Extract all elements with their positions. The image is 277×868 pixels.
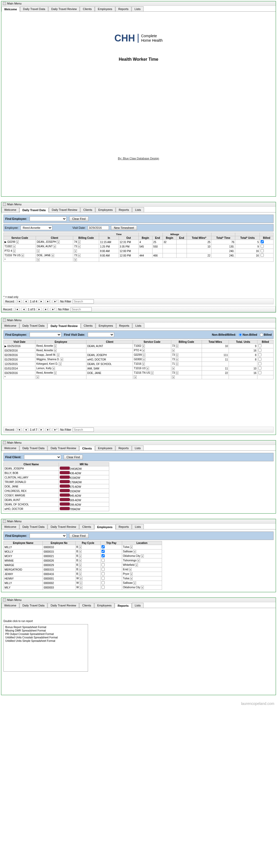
tab-reports[interactable]: Reports: [115, 603, 132, 608]
tab-welcome[interactable]: Welcome: [1, 603, 19, 608]
table-row[interactable]: MINNIE0000026B vTishomingo v: [4, 558, 162, 563]
billed-checkbox[interactable]: [258, 371, 261, 374]
table-row[interactable]: DEAN, OF SCHOOL288-ADW: [4, 502, 109, 507]
nonbilled-radio-input[interactable]: [239, 333, 242, 337]
pay-cycle-cell[interactable]: B v: [75, 545, 101, 550]
dropdown-icon[interactable]: v: [80, 581, 82, 585]
dropdown-icon[interactable]: v: [78, 254, 81, 257]
table-row[interactable]: CLINTON, HILLARY415ADW: [4, 475, 109, 480]
trip-pay-checkbox[interactable]: [102, 563, 105, 566]
tab-daily-travel-review[interactable]: Daily Travel Review: [48, 445, 79, 451]
table-row[interactable]: MILLY0000002W vSallisaw v: [4, 581, 162, 585]
dropdown-icon[interactable]: v: [78, 241, 81, 244]
report-list-item[interactable]: Unbilled Units Crosstab Spreadsheet Form…: [5, 636, 87, 639]
table-row[interactable]: HENNY0000001W vTulsa v: [4, 577, 162, 581]
tab-lists[interactable]: Lists: [132, 323, 144, 328]
dropdown-icon[interactable]: v: [79, 572, 82, 576]
dropdown-icon[interactable]: v: [57, 353, 60, 356]
credit-link[interactable]: By: Blue Claw Database Design: [7, 157, 270, 160]
dropdown-icon[interactable]: v: [176, 344, 179, 347]
pay-cycle-cell[interactable]: B v: [75, 550, 101, 554]
report-list-item[interactable]: Missing DMR Spreadsheet Format: [5, 629, 87, 632]
tab-welcome[interactable]: Welcome: [1, 7, 20, 11]
billed-radio[interactable]: Billed: [260, 333, 272, 337]
pay-cycle-cell[interactable]: W v: [75, 581, 101, 585]
dropdown-icon[interactable]: v: [21, 254, 24, 257]
last-button[interactable]: ►I: [43, 308, 49, 311]
tab-daily-travel-review[interactable]: Daily Travel Review: [48, 6, 80, 11]
dropdown-icon[interactable]: v: [134, 376, 137, 379]
tab-employees[interactable]: Employees: [95, 207, 115, 212]
dropdown-icon[interactable]: v: [78, 245, 81, 248]
dropdown-icon[interactable]: v: [176, 371, 179, 374]
tab-welcome[interactable]: Welcome: [1, 445, 19, 451]
last-button[interactable]: ►I: [46, 300, 51, 303]
tab-clients[interactable]: Clients: [79, 524, 94, 529]
prev-button[interactable]: ◄: [21, 308, 26, 311]
dropdown-icon[interactable]: v: [80, 577, 82, 580]
pay-cycle-cell[interactable]: B v: [75, 567, 101, 572]
table-row[interactable]: MOLLY0000015B vSallisaw v: [4, 550, 162, 554]
dropdown-icon[interactable]: v: [142, 349, 145, 352]
tab-welcome[interactable]: Welcome: [1, 524, 19, 529]
trip-pay-checkbox[interactable]: [102, 568, 105, 571]
tab-daily-travel-data[interactable]: Daily Travel Data: [20, 603, 48, 608]
new-button[interactable]: ►*: [51, 308, 56, 311]
trip-pay-checkbox[interactable]: [102, 577, 105, 580]
tab-employees[interactable]: Employees: [96, 323, 116, 328]
find-employee-select[interactable]: [30, 216, 66, 221]
dropdown-icon[interactable]: v: [13, 249, 16, 253]
dropdown-icon[interactable]: v: [74, 258, 77, 261]
billed-checkbox[interactable]: [260, 245, 264, 248]
billed-checkbox[interactable]: [260, 254, 264, 257]
report-list[interactable]: Bonus Report Spreadsheet FormatMissing D…: [3, 624, 88, 672]
tab-daily-travel-review[interactable]: Daily Travel Review: [48, 524, 79, 529]
billed-checkbox[interactable]: [258, 344, 261, 347]
pay-cycle-cell[interactable]: B v: [75, 558, 101, 563]
tab-clients[interactable]: Clients: [80, 207, 95, 212]
table-row[interactable]: 12/25/2015Kirkegard, Kerri D. vDEAN, OF …: [4, 362, 274, 366]
tab-reports[interactable]: Reports: [115, 6, 132, 11]
tab-daily-travel-data[interactable]: Daily Travel Data: [20, 208, 49, 212]
trip-pay-checkbox[interactable]: [102, 572, 105, 575]
tab-daily-travel-review[interactable]: Daily Travel Review: [48, 323, 80, 328]
dropdown-icon[interactable]: v: [172, 376, 175, 379]
pay-cycle-cell[interactable]: W v: [75, 585, 101, 590]
last-button[interactable]: ►I: [46, 428, 51, 431]
dropdown-icon[interactable]: v: [141, 586, 144, 589]
location-cell[interactable]: Pryor v: [122, 572, 162, 577]
table-row[interactable]: wHO, DOCTOR789ADW: [4, 507, 109, 511]
location-cell[interactable]: Sallisaw v: [122, 550, 162, 554]
trip-pay-checkbox[interactable]: [102, 581, 105, 584]
table-row[interactable]: ▶ 03/25/2016Reed, Annette vDEAN, AUNTT10…: [4, 344, 274, 348]
table-row[interactable]: MARGE0000029B vWhitefield v: [4, 563, 162, 567]
dropdown-icon[interactable]: v: [52, 254, 54, 257]
tab-employees[interactable]: Employees: [95, 6, 115, 11]
new-button[interactable]: ►*: [53, 300, 58, 303]
table-row[interactable]: 03/29/2016Reed, Annette vDOE, JANET1016 …: [4, 371, 274, 375]
next-button[interactable]: ►: [37, 308, 42, 311]
table-row[interactable]: 01/29/2016Wiggins, Shanna D. vwHO, DOCTO…: [4, 357, 274, 362]
find-employee-select[interactable]: [30, 533, 66, 538]
find-client-select[interactable]: [24, 455, 61, 460]
tab-clients[interactable]: Clients: [79, 603, 94, 608]
employee-select[interactable]: Reed Annette: [21, 225, 52, 230]
location-cell[interactable]: Tulsa v: [122, 577, 162, 581]
search-input[interactable]: [71, 307, 92, 311]
dropdown-icon[interactable]: v: [172, 367, 175, 370]
pay-cycle-cell[interactable]: B v: [75, 572, 101, 577]
prev-button[interactable]: ◄: [23, 300, 28, 303]
dropdown-icon[interactable]: v: [142, 353, 145, 356]
tab-lists[interactable]: Lists: [132, 603, 144, 608]
pay-cycle-cell[interactable]: B v: [75, 554, 101, 558]
tab-daily-travel-review[interactable]: Daily Travel Review: [49, 207, 80, 212]
table-row[interactable]: DEAN, JOSEPH2443ADW: [4, 466, 109, 471]
tab-daily-travel-data[interactable]: Daily Travel Data: [20, 524, 48, 529]
no-filter[interactable]: No Filter: [60, 300, 72, 303]
dropdown-icon[interactable]: v: [129, 568, 132, 571]
report-list-item[interactable]: PR Output Crosstab Spreadsheet Format: [5, 632, 87, 636]
table-row[interactable]: CHILDRESS, REX192ADW: [4, 489, 109, 493]
trip-pay-checkbox[interactable]: [102, 559, 105, 562]
tab-employees[interactable]: Employees: [94, 524, 115, 529]
dropdown-icon[interactable]: v: [176, 358, 179, 361]
